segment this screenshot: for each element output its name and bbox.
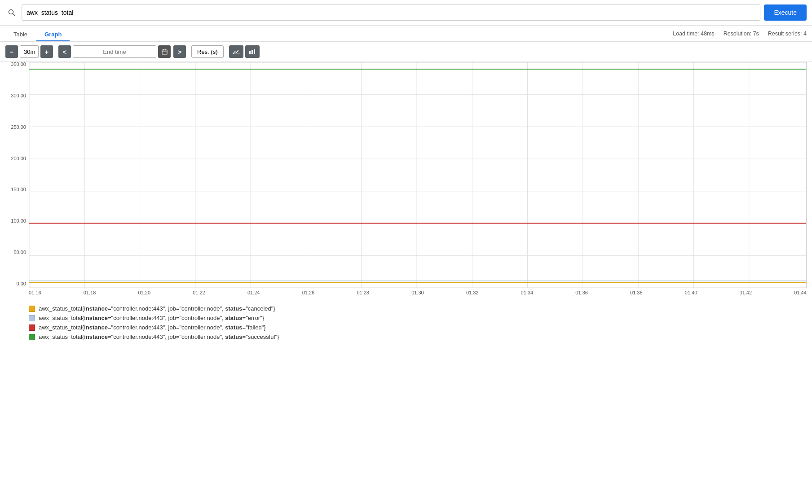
- calendar-icon-button[interactable]: [158, 45, 171, 58]
- legend-text-error: awx_status_total{instance="controller.no…: [39, 315, 264, 321]
- x-axis: 01:16 01:18 01:20 01:22 01:24 01:26 01:2…: [29, 288, 807, 300]
- legend-item-failed: awx_status_total{instance="controller.no…: [29, 324, 807, 331]
- query-input[interactable]: [22, 4, 760, 21]
- legend-text-failed: awx_status_total{instance="controller.no…: [39, 324, 266, 331]
- x-label-10: 01:36: [575, 290, 588, 295]
- y-label-150: 150.00: [5, 187, 29, 192]
- x-label-11: 01:38: [630, 290, 643, 295]
- x-label-4: 01:24: [247, 290, 260, 295]
- x-label-3: 01:22: [193, 290, 205, 295]
- legend-text-successful: awx_status_total{instance="controller.no…: [39, 333, 279, 340]
- duration-input[interactable]: [20, 45, 39, 58]
- zoom-in-button[interactable]: +: [40, 45, 53, 58]
- svg-rect-8: [252, 50, 253, 54]
- legend-text-canceled: awx_status_total{instance="controller.no…: [39, 305, 275, 312]
- legend-swatch-failed: [29, 324, 35, 331]
- tab-table[interactable]: Table: [5, 28, 35, 41]
- chart-container: 0.00 50.00 100.00 150.00 200.00 250.00 3…: [0, 62, 812, 300]
- legend: awx_status_total{instance="controller.no…: [0, 300, 812, 348]
- y-label-50: 50.00: [5, 250, 29, 255]
- x-label-9: 01:34: [521, 290, 534, 295]
- svg-rect-6: [233, 53, 240, 54]
- legend-swatch-successful: [29, 334, 35, 340]
- x-label-13: 01:42: [740, 290, 752, 295]
- y-label-100: 100.00: [5, 219, 29, 224]
- x-label-6: 01:28: [357, 290, 369, 295]
- execute-button[interactable]: Execute: [764, 4, 807, 21]
- tabs: Table Graph: [5, 28, 70, 41]
- y-label-0: 0.00: [5, 281, 29, 286]
- search-icon: [5, 6, 18, 19]
- svg-line-1: [13, 14, 15, 16]
- search-bar: Execute: [0, 0, 812, 26]
- bar-graph-button[interactable]: [245, 45, 260, 58]
- zoom-out-button[interactable]: −: [5, 45, 18, 58]
- svg-rect-9: [254, 49, 255, 54]
- resolution-button[interactable]: Res. (s): [191, 45, 224, 58]
- toolbar: − + < > Res. (s): [0, 42, 812, 62]
- chart-wrap: 0.00 50.00 100.00 150.00 200.00 250.00 3…: [5, 62, 807, 300]
- chart-svg-area: [29, 62, 807, 288]
- svg-rect-2: [162, 50, 167, 54]
- load-time: Load time: 48ms: [673, 31, 714, 37]
- legend-item-error: awx_status_total{instance="controller.no…: [29, 315, 807, 321]
- x-label-12: 01:40: [685, 290, 697, 295]
- result-series: Result series: 4: [768, 31, 807, 37]
- tabs-meta-row: Table Graph Load time: 48ms Resolution: …: [0, 26, 812, 42]
- x-label-0: 01:16: [29, 290, 41, 295]
- resolution: Resolution: 7s: [724, 31, 759, 37]
- svg-rect-7: [249, 51, 251, 54]
- y-label-300: 300.00: [5, 93, 29, 98]
- next-time-button[interactable]: >: [173, 45, 186, 58]
- y-label-350: 350.00: [5, 62, 29, 67]
- tab-graph[interactable]: Graph: [36, 28, 70, 41]
- legend-swatch-canceled: [29, 306, 35, 312]
- x-label-5: 01:26: [302, 290, 315, 295]
- y-label-200: 200.00: [5, 156, 29, 161]
- meta-info: Load time: 48ms Resolution: 7s Result se…: [673, 31, 807, 39]
- y-axis: 0.00 50.00 100.00 150.00 200.00 250.00 3…: [5, 62, 29, 286]
- prev-time-button[interactable]: <: [58, 45, 71, 58]
- legend-swatch-error: [29, 315, 35, 321]
- y-label-250: 250.00: [5, 125, 29, 130]
- legend-item-successful: awx_status_total{instance="controller.no…: [29, 333, 807, 340]
- x-label-7: 01:30: [411, 290, 424, 295]
- x-label-14: 01:44: [794, 290, 807, 295]
- x-label-8: 01:32: [466, 290, 479, 295]
- legend-item-canceled: awx_status_total{instance="controller.no…: [29, 305, 807, 312]
- line-graph-button[interactable]: [229, 45, 243, 58]
- x-label-1: 01:18: [84, 290, 96, 295]
- x-label-2: 01:20: [138, 290, 150, 295]
- end-time-input[interactable]: [73, 45, 156, 58]
